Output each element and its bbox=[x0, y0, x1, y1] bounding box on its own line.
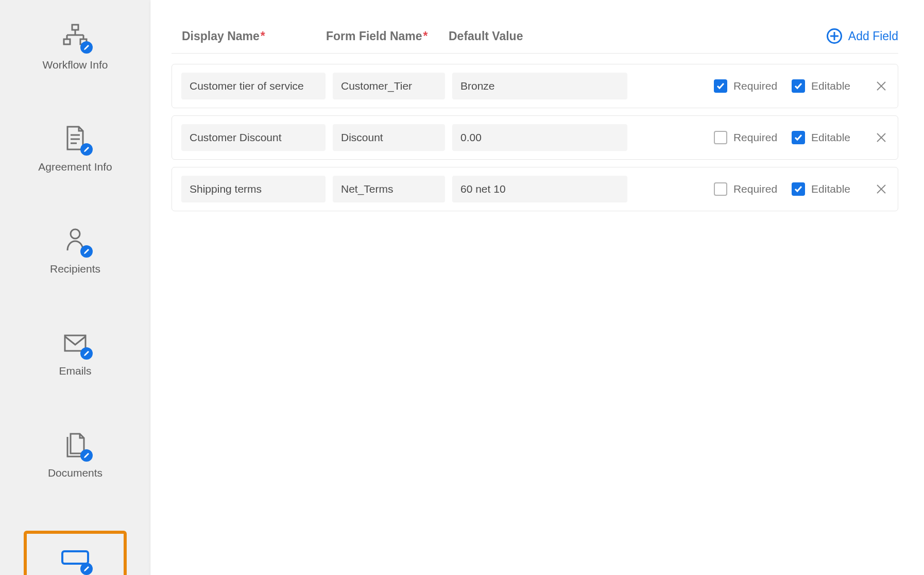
column-header-display-name: Display Name* bbox=[172, 29, 326, 43]
main-panel: Display Name* Form Field Name* Default V… bbox=[150, 0, 924, 575]
editable-label: Editable bbox=[811, 183, 850, 195]
display-name-input[interactable] bbox=[181, 176, 326, 202]
required-checkbox-cell: Required bbox=[714, 182, 777, 196]
display-name-input[interactable] bbox=[181, 73, 326, 99]
recipients-icon bbox=[60, 225, 91, 256]
workflow-info-icon bbox=[60, 21, 91, 52]
field-row: Required Editable bbox=[172, 115, 898, 160]
column-header-label: Display Name bbox=[182, 29, 260, 43]
required-asterisk: * bbox=[423, 29, 428, 43]
delete-row-button[interactable] bbox=[874, 130, 888, 145]
sidebar-item-sender-input-fields[interactable]: Sender Input Fields bbox=[24, 531, 127, 575]
sidebar-item-label: Agreement Info bbox=[38, 161, 112, 173]
editable-label: Editable bbox=[811, 80, 850, 92]
required-label: Required bbox=[733, 183, 777, 195]
editable-checkbox-cell: Editable bbox=[792, 131, 850, 144]
default-value-input[interactable] bbox=[452, 176, 627, 202]
sidebar: Workflow Info Agreement Info bbox=[0, 0, 150, 575]
required-checkbox-cell: Required bbox=[714, 79, 777, 93]
field-row: Required Editable bbox=[172, 167, 898, 211]
column-header-label: Default Value bbox=[449, 29, 523, 43]
emails-icon bbox=[60, 327, 91, 358]
required-checkbox[interactable] bbox=[714, 79, 727, 93]
editable-checkbox[interactable] bbox=[792, 131, 805, 144]
svg-rect-12 bbox=[62, 551, 88, 564]
required-label: Required bbox=[733, 131, 777, 144]
edit-badge-icon bbox=[80, 563, 93, 575]
field-row: Required Editable bbox=[172, 64, 898, 108]
field-rows: Required Editable bbox=[172, 64, 898, 211]
edit-badge-icon bbox=[80, 143, 93, 156]
sidebar-item-recipients[interactable]: Recipients bbox=[24, 219, 127, 280]
sidebar-item-agreement-info[interactable]: Agreement Info bbox=[24, 117, 127, 178]
default-value-input[interactable] bbox=[452, 124, 627, 151]
column-header-label: Form Field Name bbox=[326, 29, 422, 43]
required-checkbox[interactable] bbox=[714, 131, 727, 144]
delete-row-button[interactable] bbox=[874, 182, 888, 196]
column-header-form-field-name: Form Field Name* bbox=[326, 29, 449, 43]
sidebar-item-label: Emails bbox=[59, 365, 91, 377]
form-field-name-input[interactable] bbox=[333, 73, 445, 99]
sidebar-item-emails[interactable]: Emails bbox=[24, 322, 127, 382]
default-value-input[interactable] bbox=[452, 73, 627, 99]
sender-input-fields-icon bbox=[60, 542, 91, 573]
edit-badge-icon bbox=[80, 245, 93, 258]
plus-circle-icon bbox=[827, 28, 842, 44]
edit-badge-icon bbox=[80, 347, 93, 360]
agreement-info-icon bbox=[60, 123, 91, 154]
checkbox-group: Required Editable bbox=[714, 182, 888, 196]
sidebar-item-label: Recipients bbox=[50, 263, 100, 275]
documents-icon bbox=[60, 429, 91, 460]
required-label: Required bbox=[733, 80, 777, 92]
column-header-default-value: Default Value bbox=[449, 29, 629, 43]
delete-row-button[interactable] bbox=[874, 79, 888, 93]
edit-badge-icon bbox=[80, 41, 93, 54]
editable-label: Editable bbox=[811, 131, 850, 144]
display-name-input[interactable] bbox=[181, 124, 326, 151]
checkbox-group: Required Editable bbox=[714, 130, 888, 145]
sidebar-item-label: Documents bbox=[48, 467, 102, 479]
sidebar-item-workflow-info[interactable]: Workflow Info bbox=[24, 15, 127, 76]
svg-rect-5 bbox=[64, 39, 70, 44]
required-checkbox-cell: Required bbox=[714, 131, 777, 144]
edit-badge-icon bbox=[80, 449, 93, 462]
required-asterisk: * bbox=[261, 29, 265, 43]
add-field-button[interactable]: Add Field bbox=[827, 28, 898, 44]
editable-checkbox[interactable] bbox=[792, 182, 805, 196]
svg-point-10 bbox=[71, 229, 80, 239]
editable-checkbox-cell: Editable bbox=[792, 182, 850, 196]
sidebar-item-documents[interactable]: Documents bbox=[24, 424, 127, 484]
required-checkbox[interactable] bbox=[714, 182, 727, 196]
form-field-name-input[interactable] bbox=[333, 176, 445, 202]
sidebar-item-label: Workflow Info bbox=[43, 59, 108, 71]
svg-rect-0 bbox=[72, 25, 78, 30]
checkbox-group: Required Editable bbox=[714, 79, 888, 93]
editable-checkbox-cell: Editable bbox=[792, 79, 850, 93]
add-field-label: Add Field bbox=[848, 29, 898, 43]
form-field-name-input[interactable] bbox=[333, 124, 445, 151]
column-header-row: Display Name* Form Field Name* Default V… bbox=[172, 28, 898, 54]
editable-checkbox[interactable] bbox=[792, 79, 805, 93]
